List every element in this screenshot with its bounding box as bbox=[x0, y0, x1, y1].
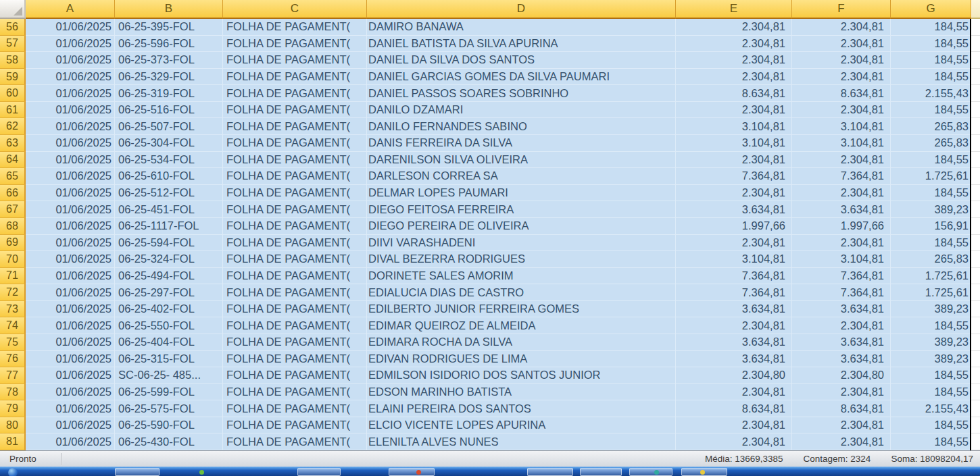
cell-value-g[interactable]: 184,55 bbox=[891, 19, 971, 36]
cell-outside-selection[interactable] bbox=[971, 251, 980, 268]
taskbar-app-button[interactable] bbox=[580, 468, 622, 476]
cell-employee-name[interactable]: EDMILSON ISIDORIO DOS SANTOS JUNIOR bbox=[367, 367, 676, 384]
cell-code[interactable]: 06-25-590-FOL bbox=[115, 417, 223, 434]
cell-date[interactable]: 01/06/2025 bbox=[26, 168, 115, 185]
taskbar-app-button[interactable] bbox=[527, 468, 573, 476]
cell-value-e[interactable]: 1.997,66 bbox=[676, 218, 792, 235]
row-header[interactable]: 79 bbox=[0, 400, 26, 417]
cell-outside-selection[interactable] bbox=[971, 152, 980, 169]
cell-employee-name[interactable]: DARLESON CORREA SA bbox=[367, 168, 676, 185]
row-header[interactable]: 60 bbox=[0, 85, 26, 102]
cell-value-f[interactable]: 7.364,81 bbox=[792, 284, 891, 301]
cell-value-f[interactable]: 2.304,81 bbox=[792, 52, 891, 69]
cell-employee-name[interactable]: DAMIRO BANAWA bbox=[367, 19, 676, 36]
cell-value-e[interactable]: 3.104,81 bbox=[676, 135, 792, 152]
cell-date[interactable]: 01/06/2025 bbox=[26, 185, 115, 202]
cell-description[interactable]: FOLHA DE PAGAMENT( bbox=[223, 400, 367, 417]
row-header[interactable]: 62 bbox=[0, 118, 26, 135]
cell-value-f[interactable]: 3.634,81 bbox=[792, 201, 891, 218]
cell-outside-selection[interactable] bbox=[971, 69, 980, 86]
cell-code[interactable]: 06-25-516-FOL bbox=[115, 102, 223, 119]
row-header[interactable]: 64 bbox=[0, 152, 26, 169]
cell-outside-selection[interactable] bbox=[971, 135, 980, 152]
row-header[interactable]: 71 bbox=[0, 268, 26, 285]
cell-description[interactable]: FOLHA DE PAGAMENT( bbox=[223, 268, 367, 285]
cell-code[interactable]: 06-25-373-FOL bbox=[115, 52, 223, 69]
cell-value-g[interactable]: 1.725,61 bbox=[891, 168, 971, 185]
cell-employee-name[interactable]: EDIVAN RODRIGUES DE LIMA bbox=[367, 351, 676, 368]
taskbar-app-button[interactable] bbox=[297, 468, 341, 476]
cell-employee-name[interactable]: EDSON MARINHO BATISTA bbox=[367, 384, 676, 401]
row-header[interactable]: 70 bbox=[0, 251, 26, 268]
cell-description[interactable]: FOLHA DE PAGAMENT( bbox=[223, 367, 367, 384]
taskbar-app-icon[interactable] bbox=[700, 470, 705, 475]
cell-code[interactable]: 06-25-610-FOL bbox=[115, 168, 223, 185]
cell-value-g[interactable]: 184,55 bbox=[891, 69, 971, 86]
cell-value-g[interactable]: 265,83 bbox=[891, 251, 971, 268]
row-header[interactable]: 72 bbox=[0, 284, 26, 301]
cell-description[interactable]: FOLHA DE PAGAMENT( bbox=[223, 218, 367, 235]
cell-employee-name[interactable]: EDIALUCIA DIAS DE CASTRO bbox=[367, 284, 676, 301]
cell-description[interactable]: FOLHA DE PAGAMENT( bbox=[223, 251, 367, 268]
cell-employee-name[interactable]: ELCIO VICENTE LOPES APURINA bbox=[367, 417, 676, 434]
cell-description[interactable]: FOLHA DE PAGAMENT( bbox=[223, 102, 367, 119]
cell-value-g[interactable]: 184,55 bbox=[891, 36, 971, 53]
cell-outside-selection[interactable] bbox=[971, 367, 980, 384]
cell-code[interactable]: 06-25-395-FOL bbox=[115, 19, 223, 36]
cell-description[interactable]: FOLHA DE PAGAMENT( bbox=[223, 334, 367, 351]
cell-outside-selection[interactable] bbox=[971, 218, 980, 235]
cell-value-f[interactable]: 2.304,81 bbox=[792, 152, 891, 169]
cell-date[interactable]: 01/06/2025 bbox=[26, 69, 115, 86]
cell-date[interactable]: 01/06/2025 bbox=[26, 251, 115, 268]
cell-value-f[interactable]: 3.634,81 bbox=[792, 334, 891, 351]
cell-code[interactable]: SC-06-25- 485... bbox=[115, 367, 223, 384]
row-header[interactable]: 59 bbox=[0, 69, 26, 86]
start-button[interactable] bbox=[8, 468, 18, 476]
cell-value-g[interactable]: 265,83 bbox=[891, 135, 971, 152]
cell-date[interactable]: 01/06/2025 bbox=[26, 135, 115, 152]
cell-description[interactable]: FOLHA DE PAGAMENT( bbox=[223, 152, 367, 169]
cell-value-f[interactable]: 3.634,81 bbox=[792, 301, 891, 318]
cell-code[interactable]: 06-25-599-FOL bbox=[115, 384, 223, 401]
cell-date[interactable]: 01/06/2025 bbox=[26, 351, 115, 368]
cell-value-f[interactable]: 2.304,81 bbox=[792, 235, 891, 252]
cell-code[interactable]: 06-25-575-FOL bbox=[115, 400, 223, 417]
cell-code[interactable]: 06-25-329-FOL bbox=[115, 69, 223, 86]
cell-value-e[interactable]: 2.304,81 bbox=[676, 52, 792, 69]
row-header[interactable]: 56 bbox=[0, 19, 26, 36]
cell-date[interactable]: 01/06/2025 bbox=[26, 384, 115, 401]
row-header[interactable]: 69 bbox=[0, 235, 26, 252]
cell-employee-name[interactable]: DIVAL BEZERRA RODRIGUES bbox=[367, 251, 676, 268]
cell-value-g[interactable]: 1.725,61 bbox=[891, 284, 971, 301]
cell-description[interactable]: FOLHA DE PAGAMENT( bbox=[223, 201, 367, 218]
cell-code[interactable]: 06-25-315-FOL bbox=[115, 351, 223, 368]
cell-value-e[interactable]: 7.364,81 bbox=[676, 284, 792, 301]
cell-value-e[interactable]: 2.304,81 bbox=[676, 433, 792, 450]
cell-value-g[interactable]: 184,55 bbox=[891, 367, 971, 384]
taskbar-app-button[interactable] bbox=[389, 468, 435, 476]
cell-description[interactable]: FOLHA DE PAGAMENT( bbox=[223, 185, 367, 202]
cell-employee-name[interactable]: ELAINI PEREIRA DOS SANTOS bbox=[367, 400, 676, 417]
cell-value-g[interactable]: 184,55 bbox=[891, 317, 971, 334]
cell-outside-selection[interactable] bbox=[971, 52, 980, 69]
row-header[interactable]: 57 bbox=[0, 36, 26, 53]
cell-outside-selection[interactable] bbox=[971, 317, 980, 334]
cell-value-f[interactable]: 2.304,81 bbox=[792, 433, 891, 450]
cell-value-g[interactable]: 389,23 bbox=[891, 351, 971, 368]
cell-value-f[interactable]: 2.304,80 bbox=[792, 367, 891, 384]
cell-description[interactable]: FOLHA DE PAGAMENT( bbox=[223, 19, 367, 36]
cell-value-f[interactable]: 7.364,81 bbox=[792, 268, 891, 285]
cell-code[interactable]: 06-25-319-FOL bbox=[115, 85, 223, 102]
cell-code[interactable]: 06-25-404-FOL bbox=[115, 334, 223, 351]
cell-date[interactable]: 01/06/2025 bbox=[26, 301, 115, 318]
cell-value-f[interactable]: 2.304,81 bbox=[792, 19, 891, 36]
column-header-F[interactable]: F bbox=[792, 0, 891, 19]
cell-code[interactable]: 06-25-507-FOL bbox=[115, 118, 223, 135]
cell-code[interactable]: 06-25-1117-FOL bbox=[115, 218, 223, 235]
cell-outside-selection[interactable] bbox=[971, 168, 980, 185]
cell-value-f[interactable]: 2.304,81 bbox=[792, 384, 891, 401]
cell-date[interactable]: 01/06/2025 bbox=[26, 218, 115, 235]
cell-date[interactable]: 01/06/2025 bbox=[26, 19, 115, 36]
row-header[interactable]: 74 bbox=[0, 317, 26, 334]
select-all-button[interactable] bbox=[0, 0, 26, 19]
